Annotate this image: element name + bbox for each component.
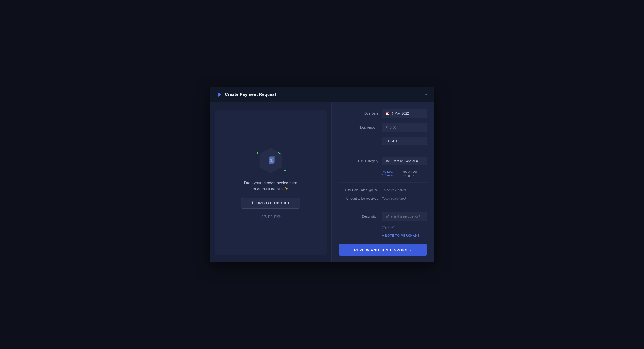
learn-more-text: about TDS categories [402,170,427,177]
due-date-field[interactable]: 📅 6 May 2022 [382,109,427,118]
tds-calculated-value: To be calculated [382,188,406,192]
modal-title: Create Payment Request [225,92,276,97]
calendar-icon: 📅 [386,111,390,115]
modal-header: Create Payment Request × [210,87,434,102]
close-button[interactable]: × [424,91,428,98]
due-date-value: 6 May 2022 [392,111,409,115]
dot-decoration-br [284,170,286,171]
modal-body: + Drop your vendor invoice here to auto-… [210,102,434,262]
note-to-merchant-button[interactable]: + NOTE TO MERCHANT [382,234,427,237]
total-amount-row: Total Amount ₹ [338,123,427,132]
divider-1 [338,151,427,151]
right-panel: Due Date 📅 6 May 2022 Total Amount ₹ + G… [331,102,434,262]
due-date-label: Due Date [338,111,378,115]
file-types-label: (pdf, jpg, png) [260,214,281,218]
amount-received-value: To be calculated [382,197,406,200]
cloud-upload-icon [264,154,277,167]
tds-category-value[interactable]: 194I Rent on Land or building or fur [382,157,427,165]
tds-category-label: TDS Category [338,159,378,163]
header-left: Create Payment Request [216,91,276,98]
rupee-icon: ₹ [386,125,388,129]
upload-invoice-button[interactable]: ⬆ UPLOAD INVOICE [241,198,300,209]
drop-text: Drop your vendor invoice here to auto-fi… [244,180,297,192]
description-label: Description [338,215,378,218]
tds-calculated-label: TDS Calculated @10% [338,188,378,192]
dot-decoration-tl [256,152,258,153]
tds-calculated-row: TDS Calculated @10% To be calculated [338,188,427,192]
bottom-actions: REVIEW AND SEND INVOICE › [338,242,427,256]
upload-icon: ⬆ [251,201,254,205]
learn-more-row: i Learn more about TDS categories [382,170,427,177]
gst-button[interactable]: + GST [382,137,427,145]
due-date-row: Due Date 📅 6 May 2022 [338,109,427,118]
optional-label: (Optional) [382,226,427,229]
description-input[interactable] [386,215,424,218]
info-icon: i [382,171,386,175]
left-panel: + Drop your vendor invoice here to auto-… [210,102,331,262]
drop-zone[interactable]: + Drop your vendor invoice here to auto-… [214,110,327,255]
upload-icon-area: + [256,146,286,174]
amount-received-row: Amount to be received To be calculated [338,197,427,200]
divider-3 [338,206,427,206]
total-amount-field[interactable]: ₹ [382,123,427,132]
total-amount-input[interactable] [390,125,424,129]
review-and-send-button[interactable]: REVIEW AND SEND INVOICE › [338,244,427,256]
divider-2 [338,182,427,183]
learn-more-link[interactable]: Learn more [387,170,401,177]
amount-received-label: Amount to be received [338,197,378,200]
description-field[interactable] [382,212,427,221]
modal-overlay: Create Payment Request × [0,0,644,349]
hexagon-background: + [258,148,284,173]
tds-category-row: TDS Category 194I Rent on Land or buildi… [338,157,427,165]
plus-badge: + [278,150,282,154]
brand-icon [216,91,222,98]
create-payment-modal: Create Payment Request × [210,87,434,262]
total-amount-label: Total Amount [338,125,378,129]
description-row: Description [338,212,427,221]
